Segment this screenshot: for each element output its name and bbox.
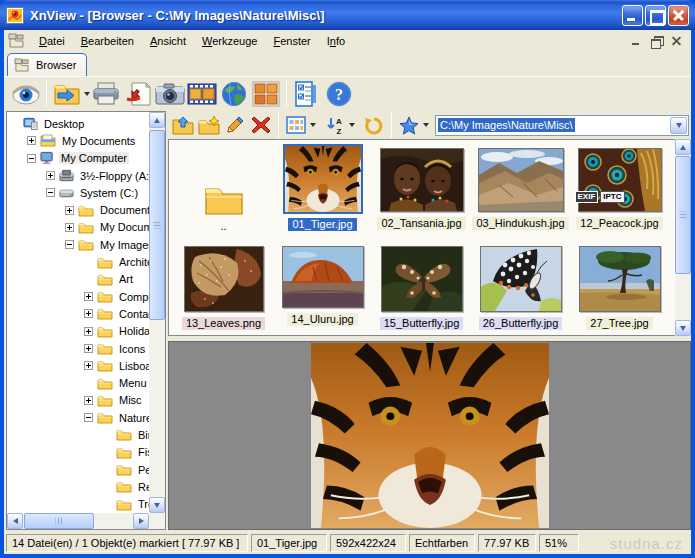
- tree-expander-plus[interactable]: [46, 171, 55, 180]
- tree-item-documents-and[interactable]: Documents a: [7, 201, 149, 218]
- tree-item-birds[interactable]: Birds: [7, 426, 149, 443]
- tree-item-fish[interactable]: Fish: [7, 444, 149, 461]
- thumbnail-label[interactable]: 27_Tree.jpg: [586, 317, 652, 330]
- thumbnail-image-12-peacock[interactable]: EXIF IPTC: [578, 148, 662, 212]
- open-button[interactable]: [51, 79, 83, 109]
- thumbnail-26-butterfly[interactable]: 26_Butterfly.jpg: [472, 246, 569, 330]
- tree-horizontal-scrollbar[interactable]: [7, 513, 149, 529]
- tree-item-architect[interactable]: Architect: [7, 253, 149, 270]
- thumbnail-12-peacock[interactable]: EXIF IPTC 12_Peacock.jpg: [571, 148, 668, 230]
- browse-button[interactable]: [10, 79, 42, 109]
- thumbnail-vertical-scroll-thumb[interactable]: [675, 156, 691, 274]
- thumbnail-label[interactable]: 12_Peacock.jpg: [576, 217, 662, 230]
- address-dropdown-button[interactable]: [670, 117, 687, 134]
- thumbnail-27-tree[interactable]: 27_Tree.jpg: [571, 246, 668, 330]
- tree-item-lisboa[interactable]: Lisboa: [7, 357, 149, 374]
- title-bar[interactable]: XnView - [Browser - C:\My Images\Nature\…: [0, 0, 695, 30]
- slideshow-button[interactable]: [186, 79, 218, 109]
- thumbnail-01-tiger[interactable]: 01_Tiger.jpg: [274, 144, 371, 231]
- thumbnail-label[interactable]: 03_Hindukush.jpg: [472, 217, 568, 230]
- tree-expander-plus[interactable]: [65, 223, 74, 232]
- delete-button[interactable]: [248, 113, 274, 137]
- menu-bearbeiten[interactable]: Bearbeiten: [73, 33, 142, 49]
- favorites-button[interactable]: [396, 113, 422, 137]
- thumbnail-image-02-tansania[interactable]: [380, 148, 464, 212]
- tree-expander-plus[interactable]: [84, 292, 93, 301]
- tree-item-my-documents[interactable]: My Documents: [7, 132, 149, 149]
- tree-item-desktop[interactable]: Desktop: [7, 115, 149, 132]
- tree-scroll-left-button[interactable]: [7, 513, 23, 529]
- thumbnail-parent-folder[interactable]: ..: [175, 148, 272, 233]
- thumbnail-label[interactable]: 01_Tiger.jpg: [288, 218, 356, 231]
- help-button[interactable]: ?: [323, 79, 355, 109]
- thumbnail-label[interactable]: 13_Leaves.png: [182, 317, 265, 330]
- refresh-button[interactable]: [361, 113, 387, 137]
- tree-expander-minus[interactable]: [27, 154, 36, 163]
- tree-scroll-up-button[interactable]: [149, 112, 165, 128]
- thumbnail-image-27-tree[interactable]: [579, 246, 661, 312]
- tree-item-tree[interactable]: Tree: [7, 496, 149, 513]
- rename-button[interactable]: [222, 113, 248, 137]
- tree-item-pets[interactable]: Pets: [7, 461, 149, 478]
- view-mode-dropdown-arrow[interactable]: [310, 123, 316, 127]
- address-value[interactable]: C:\My Images\Nature\Misc\: [438, 118, 575, 132]
- thumbnail-image-26-butterfly[interactable]: [480, 246, 562, 312]
- menu-ansicht[interactable]: Ansicht: [142, 33, 194, 49]
- tree-item-art[interactable]: Art: [7, 271, 149, 288]
- thumbnail-13-leaves[interactable]: 13_Leaves.png: [175, 246, 272, 330]
- thumbnail-scroll-down-button[interactable]: [675, 320, 691, 336]
- tree-vertical-scrollbar[interactable]: [149, 112, 165, 513]
- thumbnail-image-13-leaves[interactable]: [184, 246, 264, 312]
- close-button[interactable]: [668, 5, 689, 26]
- tree-expander-minus[interactable]: [65, 240, 74, 249]
- tree-expander-plus[interactable]: [84, 396, 93, 405]
- thumbnail-scroll-up-button[interactable]: [675, 139, 691, 155]
- tree-item-system-c[interactable]: System (C:): [7, 184, 149, 201]
- tree-item-nature[interactable]: Nature: [7, 409, 149, 426]
- favorites-dropdown-arrow[interactable]: [423, 123, 429, 127]
- menu-fenster[interactable]: Fenster: [265, 33, 318, 49]
- thumbnail-14-uluru[interactable]: 14_Uluru.jpg: [274, 246, 371, 326]
- thumbnail-02-tansania[interactable]: 02_Tansania.jpg: [373, 148, 470, 230]
- view-mode-button[interactable]: [283, 113, 309, 137]
- mdi-minimize-button[interactable]: [629, 34, 645, 48]
- options-button[interactable]: [291, 79, 323, 109]
- maximize-button[interactable]: [645, 5, 666, 26]
- sort-dropdown-arrow[interactable]: [349, 123, 355, 127]
- new-folder-button[interactable]: [196, 113, 222, 137]
- contact-sheet-button[interactable]: [250, 79, 282, 109]
- tree-expander-plus[interactable]: [84, 327, 93, 336]
- thumbnail-image-01-tiger[interactable]: [283, 144, 363, 214]
- parent-folder-button[interactable]: [170, 113, 196, 137]
- tree-item-floppy-a[interactable]: 3½-Floppy (A:): [7, 167, 149, 184]
- thumbnail-label[interactable]: 15_Butterfly.jpg: [380, 317, 464, 330]
- sort-button[interactable]: A Z: [322, 113, 348, 137]
- print-button[interactable]: [90, 79, 122, 109]
- tree-item-misc[interactable]: Misc: [7, 392, 149, 409]
- menu-info[interactable]: Info: [319, 33, 353, 49]
- thumbnail-image-14-uluru[interactable]: [282, 246, 364, 308]
- tree-item-my-computer[interactable]: My Computer: [7, 150, 149, 167]
- tree-expander-plus[interactable]: [27, 136, 36, 145]
- thumbnail-vertical-scrollbar[interactable]: [675, 139, 691, 336]
- thumbnail-label[interactable]: 26_Butterfly.jpg: [479, 317, 563, 330]
- thumbnail-label[interactable]: ..: [216, 220, 230, 233]
- tree-item-icons[interactable]: Icons: [7, 340, 149, 357]
- tree-item-rept[interactable]: Rept: [7, 478, 149, 495]
- tree-scroll-right-button[interactable]: [133, 513, 149, 529]
- tree-item-my-documen[interactable]: My Documen: [7, 219, 149, 236]
- mdi-restore-button[interactable]: [649, 34, 665, 48]
- menu-werkzeuge[interactable]: Werkzeuge: [194, 33, 265, 49]
- thumbnail-03-hindukush[interactable]: 03_Hindukush.jpg: [472, 148, 569, 230]
- tree-item-menu[interactable]: Menu: [7, 374, 149, 391]
- thumbnail-image-15-butterfly[interactable]: [381, 246, 463, 312]
- tree-vertical-scroll-thumb[interactable]: [149, 130, 165, 320]
- tree-expander-minus[interactable]: [84, 413, 93, 422]
- mdi-close-button[interactable]: [669, 34, 685, 48]
- menu-datei[interactable]: Datei: [31, 33, 73, 49]
- tree-item-holidays[interactable]: Holidays: [7, 323, 149, 340]
- preview-pane[interactable]: [168, 341, 691, 530]
- tree-horizontal-scroll-thumb[interactable]: [24, 513, 94, 529]
- tab-browser[interactable]: Browser: [7, 53, 87, 76]
- tree-expander-plus[interactable]: [84, 344, 93, 353]
